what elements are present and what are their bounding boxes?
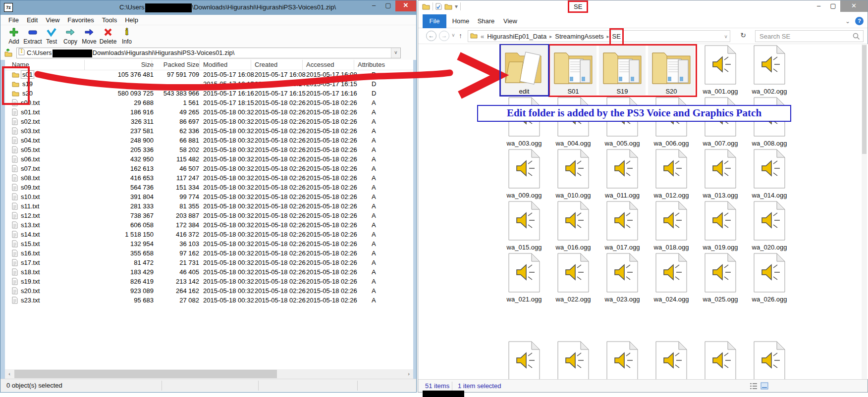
- grid-item-wa_021-ogg[interactable]: wa_021.ogg: [501, 253, 547, 303]
- thumbnail-view-icon[interactable]: [760, 382, 769, 391]
- horizontal-scrollbar[interactable]: ‹ ›: [5, 369, 413, 379]
- info-button[interactable]: iInfo: [117, 25, 136, 46]
- grid-item-wa_017-ogg[interactable]: wa_017.ogg: [599, 201, 646, 251]
- menu-item-tools[interactable]: Tools: [98, 16, 121, 24]
- grid-item-wa_013-ogg[interactable]: wa_013.ogg: [697, 149, 744, 199]
- forward-icon[interactable]: →: [439, 31, 449, 41]
- table-row[interactable]: s05.txt205 33658 2022015-05-18 00:322015…: [5, 146, 413, 155]
- grid-item[interactable]: [746, 341, 793, 379]
- recent-locations-icon[interactable]: ˅: [452, 33, 455, 38]
- maximize-button[interactable]: ▢: [826, 0, 840, 12]
- table-row[interactable]: s20580 093 725543 383 9662015-05-17 16:1…: [5, 89, 413, 99]
- maximize-button[interactable]: ▢: [381, 0, 395, 11]
- minimize-button[interactable]: –: [812, 0, 826, 12]
- address-dropdown-icon[interactable]: ˅: [391, 48, 400, 58]
- grid-item[interactable]: [550, 341, 597, 379]
- breadcrumb-collapsed-icon[interactable]: «: [481, 33, 484, 40]
- new-folder-icon[interactable]: [444, 3, 452, 10]
- grid-item-wa_005-ogg[interactable]: wa_005.ogg: [599, 97, 646, 147]
- table-row[interactable]: s11.txt281 33381 3552015-05-18 00:322015…: [5, 202, 413, 211]
- table-row[interactable]: s23.txt95 68327 0822015-05-18 00:322015-…: [5, 296, 413, 305]
- table-row[interactable]: s03.txt237 58162 3362015-05-18 00:322015…: [5, 127, 413, 136]
- grid-item-edit[interactable]: edit: [501, 45, 547, 95]
- table-row[interactable]: s08.txt416 653117 2472015-05-18 00:32201…: [5, 174, 413, 183]
- tab-share[interactable]: Share: [475, 14, 497, 28]
- tab-file[interactable]: File: [423, 14, 446, 28]
- grid-item-s19[interactable]: S19: [599, 45, 646, 95]
- grid-item-wa_018-ogg[interactable]: wa_018.ogg: [648, 201, 695, 251]
- address-dropdown-icon[interactable]: ˅: [724, 34, 727, 40]
- sevenzip-titlebar[interactable]: 7z C:\Users\Downloads\Higurashi\Higurash…: [0, 0, 416, 15]
- vertical-scrollbar[interactable]: [862, 44, 867, 379]
- grid-item-wa_001-ogg[interactable]: wa_001.ogg: [697, 45, 744, 95]
- table-row[interactable]: s02.txt326 31186 6972015-05-18 00:322015…: [5, 117, 413, 127]
- grid-item-wa_011-ogg[interactable]: wa_011.ogg: [599, 149, 646, 199]
- address-combo[interactable]: C:\UsersDownloads\Higurashi\HigurashiPS3…: [16, 48, 401, 58]
- grid-item-wa_025-ogg[interactable]: wa_025.ogg: [697, 253, 744, 303]
- close-button[interactable]: ✕: [840, 0, 868, 12]
- grid-item-wa_009-ogg[interactable]: wa_009.ogg: [501, 149, 547, 199]
- delete-button[interactable]: Delete: [99, 25, 117, 46]
- tab-home[interactable]: Home: [449, 14, 472, 28]
- grid-item[interactable]: [648, 341, 695, 379]
- table-row[interactable]: s18.txt183 42946 4052015-05-18 00:322015…: [5, 268, 413, 277]
- column-header-modified[interactable]: Modified: [203, 61, 252, 68]
- menu-item-view[interactable]: View: [42, 16, 63, 24]
- table-row[interactable]: s01105 376 48197 591 7092015-05-17 16:08…: [5, 70, 413, 80]
- up-folder-icon[interactable]: [3, 48, 13, 58]
- table-row[interactable]: s01.txt186 91649 2652015-05-18 00:322015…: [5, 108, 413, 117]
- grid-item-wa_008-ogg[interactable]: wa_008.ogg: [746, 97, 793, 147]
- tab-view[interactable]: View: [499, 14, 521, 28]
- table-row[interactable]: s15.txt132 95436 1032015-05-18 00:322015…: [5, 240, 413, 249]
- table-row[interactable]: s09.txt564 736151 3342015-05-18 00:32201…: [5, 183, 413, 193]
- table-row[interactable]: s13.txt606 058172 3842015-05-18 00:32201…: [5, 221, 413, 230]
- table-row[interactable]: s19.txt826 419213 1422015-05-18 00:32201…: [5, 277, 413, 287]
- grid-item-wa_019-ogg[interactable]: wa_019.ogg: [697, 201, 744, 251]
- move-button[interactable]: Move: [80, 25, 99, 46]
- grid-item-wa_002-ogg[interactable]: wa_002.ogg: [746, 45, 793, 95]
- grid-item-wa_022-ogg[interactable]: wa_022.ogg: [550, 253, 597, 303]
- explorer-titlebar[interactable]: ▾ SE – ▢ ✕: [418, 0, 868, 14]
- grid-item-s20[interactable]: S20: [648, 45, 695, 95]
- up-icon[interactable]: ↑: [459, 32, 462, 40]
- column-header-packed-size[interactable]: Packed Size: [156, 61, 199, 68]
- grid-item-wa_016-ogg[interactable]: wa_016.ogg: [550, 201, 597, 251]
- grid-item-wa_010-ogg[interactable]: wa_010.ogg: [550, 149, 597, 199]
- column-header-name[interactable]: Name: [12, 61, 86, 68]
- table-row[interactable]: s07.txt162 61346 5072015-05-18 00:322015…: [5, 164, 413, 174]
- table-row[interactable]: s17.txt81 47221 7312015-05-18 00:322015-…: [5, 258, 413, 268]
- chevron-down-icon[interactable]: ⌄: [845, 18, 850, 25]
- menu-item-help[interactable]: Help: [121, 16, 142, 24]
- grid-item-wa_006-ogg[interactable]: wa_006.ogg: [648, 97, 695, 147]
- table-row[interactable]: s00.txt29 6881 5612015-05-17 18:152015-0…: [5, 99, 413, 108]
- test-button[interactable]: Test: [42, 25, 61, 46]
- grid-item[interactable]: [501, 341, 547, 379]
- grid-item-wa_012-ogg[interactable]: wa_012.ogg: [648, 149, 695, 199]
- grid-item-wa_020-ogg[interactable]: wa_020.ogg: [746, 201, 793, 251]
- table-row[interactable]: s10.txt391 80499 7742015-05-18 00:322015…: [5, 193, 413, 202]
- details-view-icon[interactable]: [749, 382, 758, 391]
- grid-item-wa_015-ogg[interactable]: wa_015.ogg: [501, 201, 547, 251]
- toolbar-caret-icon[interactable]: ▾: [455, 3, 458, 10]
- add-button[interactable]: Add: [4, 25, 23, 46]
- grid-item-wa_014-ogg[interactable]: wa_014.ogg: [746, 149, 793, 199]
- minimize-button[interactable]: –: [367, 0, 381, 11]
- search-input[interactable]: Search SE: [755, 30, 864, 42]
- breadcrumb-separator-icon[interactable]: ▸: [549, 34, 552, 39]
- grid-item-wa_003-ogg[interactable]: wa_003.ogg: [501, 97, 547, 147]
- copy-button[interactable]: Copy: [61, 25, 80, 46]
- menu-item-favorites[interactable]: Favorites: [63, 16, 98, 24]
- scroll-left-icon[interactable]: ‹: [5, 369, 14, 379]
- scrollbar-thumb[interactable]: [14, 370, 277, 378]
- search-icon[interactable]: [853, 33, 860, 42]
- grid-item-wa_007-ogg[interactable]: wa_007.ogg: [697, 97, 744, 147]
- help-icon[interactable]: ?: [855, 17, 864, 25]
- extract-button[interactable]: Extract: [23, 25, 42, 46]
- breadcrumb-item-se[interactable]: SE: [612, 33, 621, 40]
- grid-item-wa_023-ogg[interactable]: wa_023.ogg: [599, 253, 646, 303]
- checked-document-icon[interactable]: [435, 3, 442, 10]
- menu-item-edit[interactable]: Edit: [23, 16, 42, 24]
- table-row[interactable]: s04.txt248 90066 8812015-05-18 00:322015…: [5, 136, 413, 146]
- grid-item[interactable]: [599, 341, 646, 379]
- grid-item-wa_024-ogg[interactable]: wa_024.ogg: [648, 253, 695, 303]
